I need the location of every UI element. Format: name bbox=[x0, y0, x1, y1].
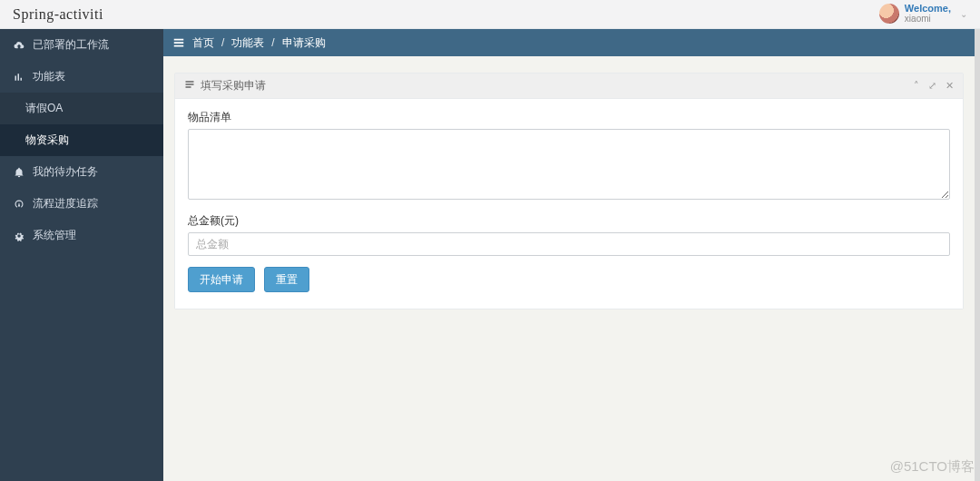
breadcrumb: 首页 / 功能表 / 申请采购 bbox=[163, 29, 975, 56]
reset-button[interactable]: 重置 bbox=[264, 267, 309, 292]
brand-title: Spring-activiti bbox=[13, 6, 103, 23]
submit-button[interactable]: 开始申请 bbox=[188, 267, 255, 292]
sidebar-item-function-list[interactable]: 功能表 bbox=[0, 61, 163, 93]
bell-icon bbox=[13, 167, 25, 178]
sidebar-item-label: 物资采购 bbox=[25, 133, 69, 148]
form-actions: 开始申请 重置 bbox=[188, 267, 950, 292]
sidebar-item-label: 请假OA bbox=[25, 101, 63, 116]
user-menu[interactable]: Welcome, xiaomi ⌄ bbox=[879, 4, 967, 24]
username-label: xiaomi bbox=[905, 15, 951, 25]
breadcrumb-home[interactable]: 首页 bbox=[192, 35, 214, 51]
gear-icon bbox=[13, 231, 25, 241]
sidebar-subitem-material-purchase[interactable]: 物资采购 bbox=[0, 124, 163, 156]
menu-toggle-icon[interactable] bbox=[172, 36, 185, 49]
dashboard-icon bbox=[13, 199, 25, 210]
sidebar-item-my-tasks[interactable]: 我的待办任务 bbox=[0, 156, 163, 188]
total-amount-label: 总金额(元) bbox=[188, 213, 950, 229]
sidebar-item-system-admin[interactable]: 系统管理 bbox=[0, 220, 163, 251]
breadcrumb-separator: / bbox=[221, 36, 224, 49]
sidebar-item-label: 我的待办任务 bbox=[33, 164, 98, 180]
breadcrumb-page: 申请采购 bbox=[282, 35, 326, 51]
bar-chart-icon bbox=[13, 72, 25, 83]
sidebar-item-label: 系统管理 bbox=[33, 228, 76, 243]
top-bar: Spring-activiti Welcome, xiaomi ⌄ bbox=[0, 0, 980, 29]
panel-title: 填写采购申请 bbox=[201, 78, 266, 93]
avatar bbox=[879, 4, 899, 24]
sidebar-item-label: 流程进度追踪 bbox=[33, 196, 98, 211]
sidebar: 已部署的工作流 功能表 请假OA 物资采购 我的待办任务 流程进度追踪 bbox=[0, 29, 163, 481]
items-list-textarea[interactable] bbox=[188, 129, 950, 200]
total-amount-input[interactable] bbox=[188, 232, 950, 256]
panel-header: 填写采购申请 ˄ ⤢ ✕ bbox=[175, 74, 963, 99]
cloud-upload-icon bbox=[13, 40, 25, 51]
chevron-down-icon: ⌄ bbox=[960, 9, 967, 19]
sidebar-item-deployed-workflows[interactable]: 已部署的工作流 bbox=[0, 29, 163, 61]
breadcrumb-separator: / bbox=[271, 36, 274, 49]
content-area: 填写采购申请 ˄ ⤢ ✕ 物品清单 总金额(元) bbox=[163, 56, 975, 481]
main-area: 首页 / 功能表 / 申请采购 填写采购申请 ˄ ⤢ bbox=[163, 29, 980, 481]
breadcrumb-section[interactable]: 功能表 bbox=[231, 35, 264, 51]
close-icon[interactable]: ✕ bbox=[946, 80, 954, 92]
sidebar-item-label: 已部署的工作流 bbox=[33, 37, 109, 53]
panel-tools: ˄ ⤢ ✕ bbox=[914, 80, 954, 92]
expand-icon[interactable]: ⤢ bbox=[928, 80, 936, 92]
list-icon bbox=[184, 79, 195, 93]
collapse-icon[interactable]: ˄ bbox=[914, 80, 919, 92]
sidebar-item-process-tracking[interactable]: 流程进度追踪 bbox=[0, 188, 163, 220]
panel-body: 物品清单 总金额(元) 开始申请 重置 bbox=[175, 99, 963, 309]
user-text: Welcome, xiaomi bbox=[905, 4, 951, 24]
form-panel: 填写采购申请 ˄ ⤢ ✕ 物品清单 总金额(元) bbox=[174, 73, 964, 309]
sidebar-subitem-leave-oa[interactable]: 请假OA bbox=[0, 93, 163, 124]
sidebar-item-label: 功能表 bbox=[33, 69, 65, 84]
items-list-label: 物品清单 bbox=[188, 110, 950, 125]
